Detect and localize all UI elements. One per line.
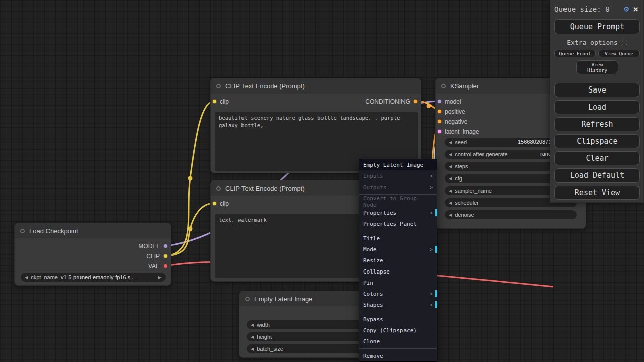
node-title: CLIP Text Encode (Prompt) bbox=[225, 185, 305, 192]
node-load-checkpoint[interactable]: Load Checkpoint MODEL CLIP VAE ◀ ckpt_na… bbox=[14, 223, 171, 286]
decrement-arrow-icon[interactable]: ◀ bbox=[449, 201, 452, 205]
view-queue-button[interactable]: View Queue bbox=[598, 50, 640, 57]
context-menu-item-pin[interactable]: Pin bbox=[359, 277, 437, 288]
load-default-button[interactable]: Load Default bbox=[554, 168, 640, 183]
refresh-button[interactable]: Refresh bbox=[554, 117, 640, 131]
denoise-widget[interactable]: ◀ denoise bbox=[445, 210, 577, 219]
context-menu-item-mode[interactable]: Mode > bbox=[359, 244, 437, 255]
widget-label: width bbox=[257, 322, 270, 328]
node-title-bar[interactable]: Load Checkpoint bbox=[15, 223, 171, 238]
widget-label: seed bbox=[455, 139, 467, 145]
view-history-button[interactable]: View History bbox=[576, 60, 618, 74]
slot-label: CONDITIONING bbox=[365, 98, 410, 105]
context-menu-item-collapse[interactable]: Collapse bbox=[359, 266, 437, 277]
output-slot-clip[interactable] bbox=[163, 254, 168, 258]
collapse-dot-icon[interactable] bbox=[245, 297, 250, 301]
load-button[interactable]: Load bbox=[554, 100, 640, 114]
menu-item-label: Outputs bbox=[363, 184, 386, 191]
link-dot[interactable] bbox=[188, 176, 193, 181]
queue-prompt-button[interactable]: Queue Prompt bbox=[554, 19, 640, 34]
decrement-arrow-icon[interactable]: ◀ bbox=[251, 323, 254, 327]
decrement-arrow-icon[interactable]: ◀ bbox=[449, 176, 452, 181]
menu-item-label: Convert to Group Node bbox=[363, 195, 433, 208]
node-graph-canvas[interactable]: Load Checkpoint MODEL CLIP VAE ◀ ckpt_na… bbox=[0, 0, 644, 362]
menu-item-label: Properties Panel bbox=[363, 221, 417, 227]
decrement-arrow-icon[interactable]: ◀ bbox=[449, 213, 452, 217]
collapse-dot-icon[interactable] bbox=[441, 84, 446, 88]
context-menu-header: Empty Latent Image bbox=[359, 159, 437, 170]
collapse-dot-icon[interactable] bbox=[216, 186, 221, 191]
input-slot-latent-image[interactable] bbox=[437, 129, 442, 134]
save-button[interactable]: Save bbox=[554, 83, 640, 97]
node-title: Empty Latent Image bbox=[254, 295, 312, 303]
queue-front-button[interactable]: Queue Front bbox=[554, 50, 596, 57]
menu-separator bbox=[359, 348, 437, 349]
widget-value: 15668020871 bbox=[518, 139, 551, 145]
menu-item-label: Inputs bbox=[363, 173, 383, 179]
increment-arrow-icon[interactable]: ▶ bbox=[158, 275, 162, 280]
collapse-dot-icon[interactable] bbox=[216, 84, 221, 88]
input-slot-model[interactable] bbox=[437, 99, 442, 104]
clear-button[interactable]: Clear bbox=[554, 151, 640, 165]
decrement-arrow-icon[interactable]: ◀ bbox=[449, 189, 452, 193]
decrement-arrow-icon[interactable]: ◀ bbox=[449, 152, 452, 157]
output-slot-model[interactable] bbox=[163, 244, 168, 248]
node-title-bar[interactable]: CLIP Text Encode (Prompt) bbox=[211, 78, 421, 94]
menu-separator bbox=[359, 194, 437, 195]
input-slot-clip[interactable] bbox=[212, 201, 217, 206]
output-slot-vae[interactable] bbox=[163, 264, 168, 268]
slot-label: CLIP bbox=[146, 253, 160, 260]
output-slot-conditioning[interactable] bbox=[413, 99, 418, 104]
widget-label: denoise bbox=[455, 212, 474, 218]
slot-label: model bbox=[445, 98, 461, 105]
node-title: CLIP Text Encode (Prompt) bbox=[225, 82, 305, 90]
menu-item-label: Colors bbox=[363, 291, 383, 297]
context-menu-item-colors[interactable]: Colors > bbox=[359, 288, 437, 299]
decrement-arrow-icon[interactable]: ◀ bbox=[251, 335, 254, 339]
link-dot[interactable] bbox=[188, 227, 193, 231]
menu-item-label: Collapse bbox=[363, 268, 390, 275]
output-slot-row: MODEL bbox=[15, 242, 171, 250]
output-slot-row: VAE bbox=[15, 262, 171, 270]
decrement-arrow-icon[interactable]: ◀ bbox=[25, 275, 28, 280]
context-menu-item-title[interactable]: Title bbox=[359, 233, 437, 244]
wire-clip-to-positive bbox=[167, 101, 214, 256]
context-menu-item-remove[interactable]: Remove bbox=[359, 350, 437, 361]
decrement-arrow-icon[interactable]: ◀ bbox=[449, 164, 452, 169]
context-menu-item-clone[interactable]: Clone bbox=[359, 336, 437, 347]
decrement-arrow-icon[interactable]: ◀ bbox=[449, 140, 452, 145]
node-title: KSampler bbox=[450, 82, 479, 90]
context-menu-item-shapes[interactable]: Shapes > bbox=[359, 299, 437, 310]
context-menu-item-outputs[interactable]: Outputs > bbox=[359, 182, 437, 193]
menu-item-label: Pin bbox=[363, 280, 373, 286]
input-slot-negative[interactable] bbox=[437, 119, 442, 124]
submenu-arrow-icon: > bbox=[430, 210, 433, 216]
clipspace-button[interactable]: Clipspace bbox=[554, 134, 640, 148]
widget-label: batch_size bbox=[257, 346, 283, 352]
context-menu-item-bypass[interactable]: Bypass bbox=[359, 314, 437, 325]
extra-options-label: Extra options bbox=[567, 39, 618, 46]
settings-gear-icon[interactable]: ⚙ bbox=[624, 4, 629, 14]
input-slot-positive[interactable] bbox=[437, 109, 442, 114]
output-slot-row: CLIP bbox=[15, 252, 171, 260]
slot-label: VAE bbox=[148, 263, 160, 270]
context-menu-item-copy-clipspace[interactable]: Copy (Clipspace) bbox=[359, 325, 437, 336]
link-dot[interactable] bbox=[427, 104, 431, 108]
context-menu-item-convert-to-group-node[interactable]: Convert to Group Node bbox=[359, 196, 437, 207]
context-menu-item-properties-panel[interactable]: Properties Panel bbox=[359, 218, 437, 229]
menu-item-label: Properties bbox=[363, 210, 396, 216]
decrement-arrow-icon[interactable]: ◀ bbox=[251, 347, 254, 351]
widget-label: cfg bbox=[455, 175, 462, 182]
close-menu-icon[interactable]: × bbox=[633, 5, 638, 14]
node-context-menu: Empty Latent Image Inputs > Outputs > Co… bbox=[359, 159, 437, 362]
ckpt-name-combo[interactable]: ◀ ckpt_name v1-5-pruned-emaonly-fp16.s..… bbox=[21, 273, 166, 282]
menu-item-label: Clone bbox=[363, 338, 380, 345]
context-menu-item-inputs[interactable]: Inputs > bbox=[359, 170, 437, 182]
context-menu-item-properties[interactable]: Properties > bbox=[359, 207, 437, 218]
context-menu-item-resize[interactable]: Resize bbox=[359, 255, 437, 266]
widget-label: height bbox=[257, 334, 272, 340]
reset-view-button[interactable]: Reset View bbox=[554, 186, 640, 200]
submenu-arrow-icon: > bbox=[430, 302, 433, 308]
extra-options-checkbox[interactable] bbox=[622, 40, 627, 45]
collapse-dot-icon[interactable] bbox=[20, 229, 25, 233]
